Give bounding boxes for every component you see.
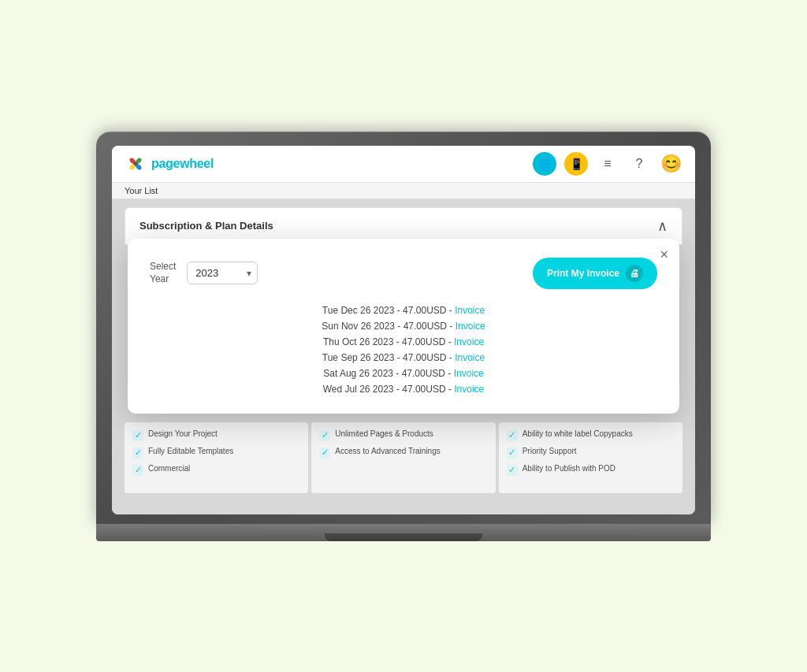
- invoice-line-2: Sun Nov 26 2023 - 47.00USD - Invoice: [322, 321, 485, 332]
- feature-item: ✓ Ability to white label Copypacks: [507, 429, 675, 441]
- feature-text: Access to Advanced Trainings: [335, 446, 440, 456]
- plan-col-2: ✓ Unlimited Pages & Products ✓ Access to…: [311, 422, 495, 493]
- feature-text: Ability to white label Copypacks: [523, 429, 633, 439]
- subscription-title: Subscription & Plan Details: [139, 220, 273, 232]
- year-select-wrapper: 2023 2022 2021 ▾: [187, 262, 258, 284]
- feature-item: ✓ Ability to Publish with POD: [507, 463, 675, 476]
- invoice-line-5: Sat Aug 26 2023 - 47.00USD - Invoice: [323, 368, 483, 379]
- your-list-label: Your List: [112, 183, 695, 199]
- plan-features-background: 100+ Templates ✓ Design Your Project ✓: [125, 403, 682, 493]
- content-area: Subscription & Plan Details ∧ × SelectYe…: [112, 199, 695, 514]
- modal-close-button[interactable]: ×: [660, 247, 668, 263]
- collapse-chevron-icon[interactable]: ∧: [657, 217, 668, 235]
- logo-icon: [125, 153, 147, 175]
- invoice-line-3: Thu Oct 26 2023 - 47.00USD - Invoice: [323, 336, 484, 347]
- printer-icon: 🖨: [626, 265, 643, 282]
- invoice-link-2[interactable]: Invoice: [456, 321, 485, 332]
- screen: pagewheel 🌐 📱 ≡ ? 😊 Your List: [112, 146, 695, 514]
- invoice-link-4[interactable]: Invoice: [455, 352, 485, 363]
- help-icon-btn[interactable]: ?: [627, 152, 651, 176]
- smiley-icon-btn[interactable]: 😊: [659, 152, 682, 176]
- invoice-modal: × SelectYear 2023 2022 2021: [128, 239, 679, 414]
- feature-item: ✓ Design Your Project: [132, 429, 300, 441]
- invoice-lines: Tue Dec 26 2023 - 47.00USD - Invoice Sun…: [150, 305, 657, 395]
- app-container: pagewheel 🌐 📱 ≡ ? 😊 Your List: [112, 146, 695, 514]
- feature-item: ✓ Commercial: [132, 463, 300, 476]
- check-icon: ✓: [319, 430, 330, 441]
- check-icon: ✓: [507, 430, 518, 441]
- invoice-link-6[interactable]: Invoice: [454, 384, 484, 395]
- mobile-icon-btn[interactable]: 📱: [564, 152, 588, 176]
- check-icon: ✓: [132, 447, 143, 459]
- invoice-link-5[interactable]: Invoice: [454, 368, 484, 379]
- nav-icons: 🌐 📱 ≡ ? 😊: [533, 152, 682, 176]
- print-invoice-button[interactable]: Print My Invoice 🖨: [533, 258, 657, 289]
- feature-text: Fully Editable Templates: [148, 446, 233, 456]
- globe-icon-btn[interactable]: 🌐: [533, 152, 556, 176]
- check-icon: ✓: [319, 447, 330, 459]
- invoice-line-6: Wed Jul 26 2023 - 47.00USD - Invoice: [323, 384, 485, 395]
- year-select[interactable]: 2023 2022 2021: [187, 262, 258, 284]
- feature-item: ✓ Fully Editable Templates: [132, 446, 300, 459]
- menu-icon-btn[interactable]: ≡: [596, 152, 619, 176]
- feature-text: Ability to Publish with POD: [523, 463, 615, 473]
- logo-text: pagewheel: [151, 157, 214, 171]
- invoice-line-1: Tue Dec 26 2023 - 47.00USD - Invoice: [322, 305, 485, 316]
- select-year-label: SelectYear: [150, 261, 176, 285]
- laptop: pagewheel 🌐 📱 ≡ ? 😊 Your List: [96, 132, 711, 541]
- invoice-link-3[interactable]: Invoice: [454, 336, 484, 347]
- invoice-link-1[interactable]: Invoice: [455, 305, 485, 316]
- select-year-group: SelectYear 2023 2022 2021 ▾: [150, 261, 258, 285]
- check-icon: ✓: [507, 447, 518, 459]
- invoice-line-4: Tue Sep 26 2023 - 47.00USD - Invoice: [322, 352, 485, 363]
- feature-item: ✓ Unlimited Pages & Products: [319, 429, 487, 441]
- modal-top-row: SelectYear 2023 2022 2021 ▾: [150, 258, 657, 289]
- check-icon: ✓: [132, 430, 143, 441]
- check-icon: ✓: [507, 465, 518, 476]
- feature-item: ✓ Access to Advanced Trainings: [319, 446, 487, 459]
- plan-col-3: ✓ Ability to white label Copypacks ✓ Pri…: [499, 422, 682, 493]
- plan-features-row: ✓ Design Your Project ✓ Fully Editable T…: [125, 416, 682, 493]
- feature-text: Priority Support: [523, 446, 577, 456]
- plan-col-1: ✓ Design Your Project ✓ Fully Editable T…: [125, 422, 308, 493]
- feature-item: ✓ Priority Support: [507, 446, 675, 459]
- laptop-base: [96, 524, 711, 541]
- feature-text: Unlimited Pages & Products: [335, 429, 433, 439]
- nav-bar: pagewheel 🌐 📱 ≡ ? 😊: [112, 146, 695, 183]
- feature-text: Design Your Project: [148, 429, 218, 439]
- feature-text: Commercial: [148, 463, 190, 473]
- logo-area: pagewheel: [125, 153, 214, 175]
- check-icon: ✓: [132, 465, 143, 476]
- screen-bezel: pagewheel 🌐 📱 ≡ ? 😊 Your List: [96, 132, 711, 524]
